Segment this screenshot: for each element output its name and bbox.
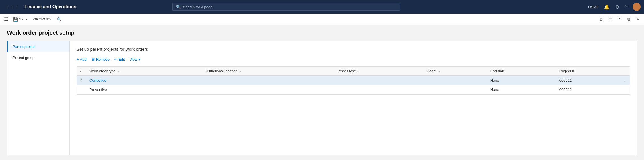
row-check-1: ✓ [77,76,86,85]
remove-button[interactable]: 🗑 Remove [91,56,110,63]
office-icon[interactable]: ▢ [607,16,614,23]
sort-icon-functional-location: ↑ [240,70,241,73]
add-button[interactable]: + Add [77,56,87,63]
row-end-date-1: None [487,76,556,85]
column-functional-location[interactable]: Functional location ↑ [203,67,335,76]
refresh-icon[interactable]: ↻ [616,16,624,23]
settings-icon[interactable]: ⚙ [615,4,620,10]
column-asset[interactable]: Asset ↑ [424,67,487,76]
toolbar: ☰ 💾 Save OPTIONS 🔍 ⧉ ▢ ↻ ⧉ ✕ [0,14,644,25]
table-row[interactable]: Preventive No [77,85,630,94]
row-check-2 [77,85,86,94]
search-icon: 🔍 [176,5,181,9]
section-title: Set up parent projects for work orders [77,47,630,52]
inner-panel: Parent project Project group Set up pare… [7,41,637,155]
edit-label: Edit [118,57,125,61]
app-title: Finance and Operations [24,4,76,9]
row-asset-2 [424,85,487,94]
row-asset-1 [424,76,487,85]
row-project-id-2: 000212 [556,85,630,94]
column-project-id[interactable]: Project ID [556,67,630,76]
toolbar-search-icon[interactable]: 🔍 [54,16,64,23]
row-functional-location-1 [203,76,335,85]
user-label: USMF [588,5,599,9]
column-asset-type[interactable]: Asset type ↑ [335,67,424,76]
row-project-id-1[interactable]: 000211 ⌄ [556,76,630,85]
left-navigation: Parent project Project group [7,41,70,155]
right-toolbar-icons: ⧉ ▢ ↻ ⧉ ✕ [598,16,642,23]
add-label: Add [80,57,87,61]
search-input[interactable] [183,5,396,9]
waffle-icon[interactable]: ⋮⋮⋮ [3,3,21,11]
top-navigation: ⋮⋮⋮ Finance and Operations 🔍 USMF 🔔 ⚙ ? [0,0,644,14]
right-content: Set up parent projects for work orders +… [70,41,637,155]
help-icon[interactable]: ? [624,4,628,10]
sort-icon-asset: ↑ [439,70,440,73]
sort-icon-asset-type: ↑ [358,70,360,73]
save-button[interactable]: 💾 Save [11,16,30,23]
table-row[interactable]: ✓ Corrective [77,76,630,85]
remove-label: Remove [96,57,110,61]
avatar[interactable] [633,3,641,11]
open-new-icon[interactable]: ⧉ [626,16,632,23]
row-functional-location-2 [203,85,335,94]
column-check: ✓ [77,67,86,76]
view-label: View ▾ [130,57,141,61]
table-header-row: ✓ Work order type ↑ Functional location … [77,67,630,76]
grid-icon[interactable]: ⧉ [598,16,604,23]
hamburger-icon[interactable]: ☰ [2,15,10,23]
notifications-icon[interactable]: 🔔 [603,4,610,10]
remove-icon: 🗑 [91,57,95,61]
save-disk-icon: 💾 [13,17,18,22]
row-work-order-type-2[interactable]: Preventive [86,85,203,94]
dropdown-arrow-icon[interactable]: ⌄ [624,78,626,82]
column-end-date[interactable]: End date [487,67,556,76]
search-bar: 🔍 [172,3,400,11]
data-table-wrapper: ✓ Work order type ↑ Functional location … [77,66,630,95]
view-button[interactable]: View ▾ [130,56,141,63]
options-button[interactable]: OPTIONS [31,16,53,22]
nav-item-project-group[interactable]: Project group [7,52,69,63]
data-table: ✓ Work order type ↑ Functional location … [77,66,630,94]
save-label: Save [19,17,28,21]
row-asset-type-2 [335,85,424,94]
row-checkmark-1: ✓ [79,78,83,83]
edit-icon: ✏ [114,57,117,61]
right-icons: USMF 🔔 ⚙ ? [588,3,641,11]
sort-icon-work-order-type: ↑ [118,70,119,73]
main-content: Work order project setup Parent project … [0,25,644,160]
add-icon: + [77,57,79,61]
close-icon[interactable]: ✕ [635,16,642,23]
row-asset-type-1 [335,76,424,85]
row-end-date-2: None [487,85,556,94]
edit-button[interactable]: ✏ Edit [114,56,125,63]
column-work-order-type[interactable]: Work order type ↑ [86,67,203,76]
row-work-order-type-1[interactable]: Corrective [86,76,203,85]
nav-item-parent-project[interactable]: Parent project [7,41,69,52]
checkmark-icon: ✓ [79,69,82,73]
action-bar: + Add 🗑 Remove ✏ Edit View ▾ [77,56,630,63]
page-title: Work order project setup [7,30,637,36]
